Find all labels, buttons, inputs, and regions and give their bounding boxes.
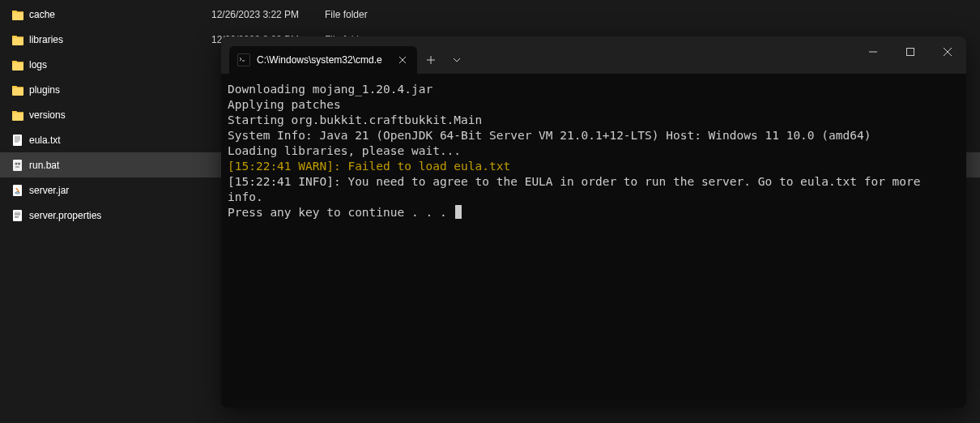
tab-strip: C:\Windows\system32\cmd.e	[221, 36, 469, 74]
file-name: versions	[29, 109, 211, 121]
file-row[interactable]: cache12/26/2023 3:22 PMFile folder	[0, 2, 980, 27]
file-name: libraries	[29, 34, 211, 45]
terminal-tab[interactable]: C:\Windows\system32\cmd.e	[229, 46, 417, 74]
minimize-button[interactable]	[854, 36, 892, 67]
txt-icon	[11, 134, 24, 147]
file-type: File folder	[325, 9, 368, 20]
file-name: run.bat	[29, 160, 211, 171]
svg-rect-8	[13, 185, 22, 196]
cursor	[455, 205, 462, 219]
svg-point-7	[18, 162, 20, 164]
folder-icon	[11, 58, 24, 71]
svg-rect-23	[907, 49, 914, 56]
folder-icon	[11, 83, 24, 96]
terminal-line: Starting org.bukkit.craftbukkit.Main	[228, 113, 960, 128]
terminal-titlebar[interactable]: C:\Windows\system32\cmd.e	[221, 36, 966, 74]
file-name: server.properties	[29, 210, 211, 221]
window-controls	[854, 36, 966, 67]
tab-dropdown-button[interactable]	[445, 46, 469, 74]
terminal-output[interactable]: Downloading mojang_1.20.4.jarApplying pa…	[221, 74, 966, 408]
folder-icon	[11, 109, 24, 122]
file-date: 12/26/2023 3:22 PM	[211, 9, 325, 20]
jar-icon	[11, 184, 24, 197]
terminal-line: [15:22:41 WARN]: Failed to load eula.txt	[228, 159, 960, 174]
tab-title: C:\Windows\system32\cmd.e	[257, 54, 391, 66]
bat-icon	[11, 159, 24, 172]
file-name: eula.txt	[29, 135, 211, 146]
svg-rect-16	[238, 54, 249, 66]
svg-rect-5	[13, 160, 22, 171]
file-name: cache	[29, 9, 211, 20]
tab-close-button[interactable]	[396, 53, 409, 66]
terminal-line: Applying patches	[228, 97, 960, 113]
svg-point-6	[15, 162, 18, 164]
terminal-line: Loading libraries, please wait...	[228, 143, 960, 159]
close-button[interactable]	[929, 36, 966, 67]
new-tab-button[interactable]	[417, 46, 445, 74]
terminal-prompt: Press any key to continue . . .	[228, 205, 960, 220]
cmd-icon	[237, 53, 250, 66]
terminal-line: Downloading mojang_1.20.4.jar	[228, 82, 960, 97]
maximize-button[interactable]	[892, 36, 929, 67]
file-name: server.jar	[29, 185, 211, 196]
folder-icon	[11, 8, 24, 21]
folder-icon	[11, 33, 24, 46]
terminal-line: System Info: Java 21 (OpenJDK 64-Bit Ser…	[228, 128, 960, 143]
terminal-window: C:\Windows\system32\cmd.e Dow	[221, 36, 966, 408]
file-name: plugins	[29, 84, 211, 96]
prop-icon	[11, 209, 24, 222]
file-name: logs	[29, 59, 211, 70]
terminal-line: [15:22:41 INFO]: You need to agree to th…	[228, 174, 960, 205]
